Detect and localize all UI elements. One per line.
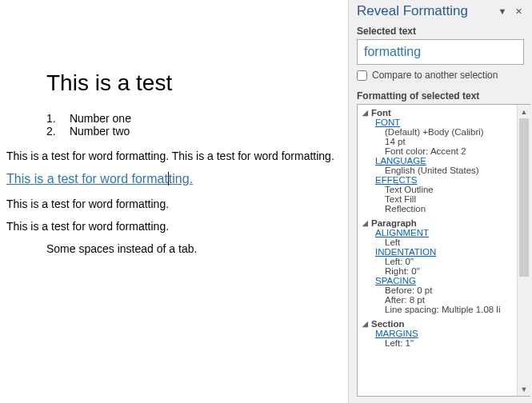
doc-title[interactable]: This is a test [46, 70, 342, 96]
numbered-list[interactable]: 1. Number one 2. Number two [46, 112, 342, 138]
list-item[interactable]: 2. Number two [46, 125, 342, 138]
tree-value: Text Fill [385, 194, 514, 204]
paragraph[interactable]: This is a test for word formatting. This… [6, 150, 342, 162]
paragraph[interactable]: This is a test for word formatting. [6, 198, 342, 210]
list-number: 1. [46, 112, 66, 125]
tree-value: Line spacing: Multiple 1.08 li [385, 305, 514, 314]
tree-value: Left: 1" [385, 338, 514, 348]
compare-checkbox-row[interactable]: Compare to another selection [349, 68, 532, 86]
paragraph[interactable]: This is a test for word formatting. [6, 220, 342, 233]
formatting-tree[interactable]: ◢ Font FONT (Default) +Body (Calibri) 14… [358, 105, 517, 396]
tree-head-font[interactable]: ◢ Font [362, 108, 514, 118]
panel-header: Reveal Formatting ▼ ✕ [349, 0, 532, 21]
selected-text-label: Selected text [349, 21, 532, 39]
alignment-link[interactable]: ALIGNMENT [375, 228, 514, 237]
collapse-icon[interactable]: ◢ [362, 219, 368, 227]
tree-head-paragraph[interactable]: ◢ Paragraph [362, 218, 514, 228]
tree-value: Before: 0 pt [385, 285, 514, 295]
scroll-thumb[interactable] [519, 118, 529, 277]
tree-value: Left: 0" [385, 257, 514, 266]
tree-section-section: ◢ Section MARGINS Left: 1" [362, 319, 514, 348]
tree-value: Right: 0" [385, 266, 514, 276]
panel-dropdown-icon[interactable]: ▼ [495, 4, 510, 18]
scrollbar[interactable]: ▲ ▼ [517, 105, 530, 396]
collapse-icon[interactable]: ◢ [362, 320, 368, 328]
tree-value: 14 pt [385, 137, 514, 146]
tree-section-paragraph: ◢ Paragraph ALIGNMENT Left INDENTATION L… [362, 218, 514, 314]
language-link[interactable]: LANGUAGE [375, 156, 514, 166]
tree-value: English (United States) [385, 166, 514, 175]
collapse-icon[interactable]: ◢ [362, 109, 368, 117]
list-number: 2. [46, 125, 66, 138]
document-area[interactable]: This is a test 1. Number one 2. Number t… [0, 0, 348, 403]
list-text: Number two [70, 125, 130, 138]
scroll-track[interactable] [518, 118, 530, 382]
close-icon[interactable]: ✕ [511, 4, 526, 18]
scroll-down-icon[interactable]: ▼ [518, 382, 530, 396]
tree-value: After: 8 pt [385, 295, 514, 305]
compare-checkbox[interactable] [357, 70, 367, 81]
panel-title: Reveal Formatting [357, 3, 468, 19]
spacing-link[interactable]: SPACING [375, 276, 514, 285]
compare-label: Compare to another selection [372, 70, 498, 81]
selected-text-box[interactable]: formatting [357, 39, 524, 65]
paragraph-indented[interactable]: Some spaces instead of a tab. [46, 242, 342, 255]
formatting-tree-container: ◢ Font FONT (Default) +Body (Calibri) 14… [357, 104, 530, 397]
tree-section-font: ◢ Font FONT (Default) +Body (Calibri) 14… [362, 108, 514, 213]
font-link[interactable]: FONT [375, 118, 514, 127]
list-text: Number one [70, 112, 131, 125]
effects-link[interactable]: EFFECTS [375, 175, 514, 185]
formatting-section-label: Formatting of selected text [349, 86, 532, 104]
tree-head-section[interactable]: ◢ Section [362, 319, 514, 329]
paragraph-formatted[interactable]: This is a test for word formatting. [6, 172, 342, 186]
indentation-link[interactable]: INDENTATION [375, 247, 514, 257]
tree-value: Text Outline [385, 185, 514, 194]
tree-value: Font color: Accent 2 [385, 146, 514, 156]
reveal-formatting-panel: Reveal Formatting ▼ ✕ Selected text form… [348, 0, 532, 403]
tree-value: (Default) +Body (Calibri) [385, 127, 514, 137]
margins-link[interactable]: MARGINS [375, 329, 514, 338]
tree-value: Left [385, 237, 514, 247]
scroll-up-icon[interactable]: ▲ [518, 105, 530, 118]
list-item[interactable]: 1. Number one [46, 112, 342, 125]
tree-value: Reflection [385, 204, 514, 213]
